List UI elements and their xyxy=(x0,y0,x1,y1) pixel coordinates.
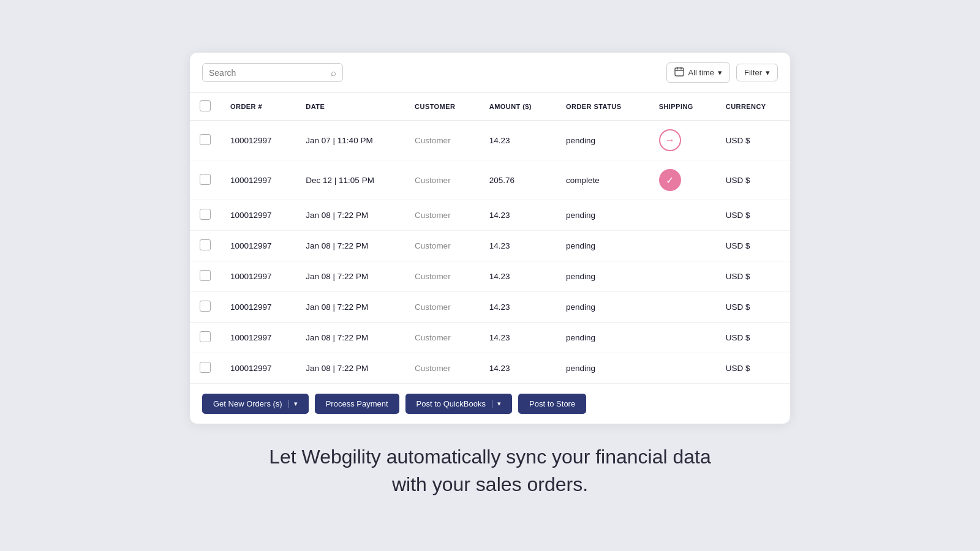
footer-buttons: Get New Orders (s) ▾ Process Payment Pos… xyxy=(190,383,790,424)
post-to-quickbooks-dropdown-icon[interactable]: ▾ xyxy=(492,400,501,408)
all-time-button[interactable]: All time ▾ xyxy=(666,62,730,83)
headline-line2: with your sales orders. xyxy=(392,473,588,495)
process-payment-button[interactable]: Process Payment xyxy=(315,394,399,414)
row-0-customer: Customer xyxy=(405,121,480,160)
row-4-checkbox-cell[interactable] xyxy=(190,261,221,292)
row-4-order: 100012997 xyxy=(221,261,296,292)
row-0-date: Jan 07 | 11:40 PM xyxy=(296,121,405,160)
svg-rect-0 xyxy=(675,68,684,76)
row-3-checkbox[interactable] xyxy=(200,239,211,250)
row-0-currency: USD $ xyxy=(716,121,790,160)
row-6-customer: Customer xyxy=(405,323,480,353)
post-to-quickbooks-label: Post to QuickBooks xyxy=(417,399,486,408)
row-4-status: pending xyxy=(556,261,649,292)
table-row: 100012997Jan 08 | 7:22 PMCustomer14.23pe… xyxy=(190,353,790,384)
row-7-currency: USD $ xyxy=(716,353,790,384)
table-row: 100012997Jan 08 | 7:22 PMCustomer14.23pe… xyxy=(190,323,790,353)
row-6-date: Jan 08 | 7:22 PM xyxy=(296,323,405,353)
amount-header: AMOUNT ($) xyxy=(480,93,556,121)
row-5-customer: Customer xyxy=(405,292,480,323)
row-1-status: complete xyxy=(556,160,649,200)
post-to-quickbooks-button[interactable]: Post to QuickBooks ▾ xyxy=(405,394,512,414)
row-4-currency: USD $ xyxy=(716,261,790,292)
table-row: 100012997Jan 08 | 7:22 PMCustomer14.23pe… xyxy=(190,200,790,231)
row-5-status: pending xyxy=(556,292,649,323)
row-1-customer: Customer xyxy=(405,160,480,200)
date-header: DATE xyxy=(296,93,405,121)
row-3-status: pending xyxy=(556,231,649,261)
row-2-currency: USD $ xyxy=(716,200,790,231)
row-7-order: 100012997 xyxy=(221,353,296,384)
row-7-checkbox[interactable] xyxy=(200,362,211,373)
row-3-checkbox-cell[interactable] xyxy=(190,231,221,261)
row-6-status: pending xyxy=(556,323,649,353)
row-5-currency: USD $ xyxy=(716,292,790,323)
row-1-checkbox[interactable] xyxy=(200,174,211,185)
row-1-amount: 205.76 xyxy=(480,160,556,200)
row-2-amount: 14.23 xyxy=(480,200,556,231)
headline: Let Webgility automatically sync your fi… xyxy=(269,443,711,498)
row-4-customer: Customer xyxy=(405,261,480,292)
row-5-checkbox[interactable] xyxy=(200,301,211,312)
select-all-checkbox[interactable] xyxy=(200,100,211,111)
row-0-checkbox[interactable] xyxy=(200,134,211,145)
row-6-shipping xyxy=(649,323,716,353)
row-0-checkbox-cell[interactable] xyxy=(190,121,221,160)
row-2-shipping xyxy=(649,200,716,231)
table-header-row: ORDER # DATE CUSTOMER AMOUNT ($) ORDER S… xyxy=(190,93,790,121)
row-0-amount: 14.23 xyxy=(480,121,556,160)
row-1-order: 100012997 xyxy=(221,160,296,200)
table-row: 100012997Jan 07 | 11:40 PMCustomer14.23p… xyxy=(190,121,790,160)
row-7-checkbox-cell[interactable] xyxy=(190,353,221,384)
row-7-shipping xyxy=(649,353,716,384)
row-7-date: Jan 08 | 7:22 PM xyxy=(296,353,405,384)
row-6-checkbox-cell[interactable] xyxy=(190,323,221,353)
row-3-date: Jan 08 | 7:22 PM xyxy=(296,231,405,261)
row-2-checkbox-cell[interactable] xyxy=(190,200,221,231)
row-5-checkbox-cell[interactable] xyxy=(190,292,221,323)
orders-table: ORDER # DATE CUSTOMER AMOUNT ($) ORDER S… xyxy=(190,92,790,383)
row-6-currency: USD $ xyxy=(716,323,790,353)
get-new-orders-button[interactable]: Get New Orders (s) ▾ xyxy=(202,394,309,414)
row-0-shipping: → xyxy=(649,121,716,160)
row-1-shipping: ✓ xyxy=(649,160,716,200)
row-4-date: Jan 08 | 7:22 PM xyxy=(296,261,405,292)
row-4-checkbox[interactable] xyxy=(200,270,211,281)
filter-button[interactable]: Filter ▾ xyxy=(736,64,778,81)
headline-line1: Let Webgility automatically sync your fi… xyxy=(269,446,711,468)
search-box[interactable]: ⌕ xyxy=(202,63,343,82)
row-1-checkbox-cell[interactable] xyxy=(190,160,221,200)
post-to-store-label: Post to Store xyxy=(529,399,575,408)
row-3-shipping xyxy=(649,231,716,261)
table-row: 100012997Jan 08 | 7:22 PMCustomer14.23pe… xyxy=(190,231,790,261)
row-6-checkbox[interactable] xyxy=(200,331,211,342)
row-2-order: 100012997 xyxy=(221,200,296,231)
toolbar-right: All time ▾ Filter ▾ xyxy=(666,62,778,83)
row-2-customer: Customer xyxy=(405,200,480,231)
search-input[interactable] xyxy=(209,68,326,78)
row-2-checkbox[interactable] xyxy=(200,209,211,220)
orders-card: ⌕ All time ▾ Filter ▾ xyxy=(190,53,790,424)
row-3-currency: USD $ xyxy=(716,231,790,261)
select-all-header[interactable] xyxy=(190,93,221,121)
row-2-status: pending xyxy=(556,200,649,231)
filter-label: Filter xyxy=(744,68,762,77)
post-to-store-button[interactable]: Post to Store xyxy=(518,394,586,414)
chevron-down-icon: ▾ xyxy=(766,68,770,77)
row-5-date: Jan 08 | 7:22 PM xyxy=(296,292,405,323)
row-7-status: pending xyxy=(556,353,649,384)
get-new-orders-label: Get New Orders (s) xyxy=(213,399,282,408)
row-0-order: 100012997 xyxy=(221,121,296,160)
shipping-header: SHIPPING xyxy=(649,93,716,121)
row-5-shipping xyxy=(649,292,716,323)
row-1-date: Dec 12 | 11:05 PM xyxy=(296,160,405,200)
get-new-orders-dropdown-icon[interactable]: ▾ xyxy=(288,400,298,408)
toolbar: ⌕ All time ▾ Filter ▾ xyxy=(190,53,790,92)
row-6-order: 100012997 xyxy=(221,323,296,353)
row-2-date: Jan 08 | 7:22 PM xyxy=(296,200,405,231)
row-3-customer: Customer xyxy=(405,231,480,261)
row-3-order: 100012997 xyxy=(221,231,296,261)
row-5-order: 100012997 xyxy=(221,292,296,323)
row-7-amount: 14.23 xyxy=(480,353,556,384)
row-4-amount: 14.23 xyxy=(480,261,556,292)
